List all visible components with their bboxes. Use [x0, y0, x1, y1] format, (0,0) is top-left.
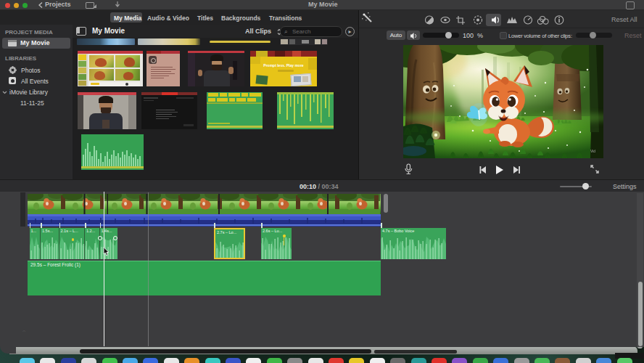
svg-text:Vid: Vid — [590, 149, 595, 153]
